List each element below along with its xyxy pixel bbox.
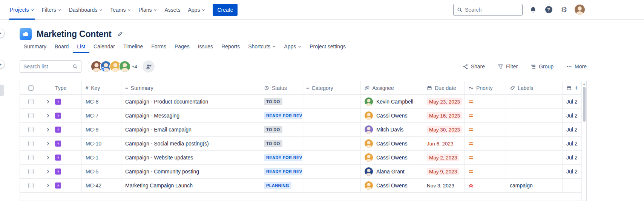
issue-key[interactable]: MC-8 <box>81 95 121 108</box>
help-icon[interactable]: ? <box>544 5 554 15</box>
status-badge[interactable]: READY FOR REVI... <box>264 112 302 119</box>
due-date-cell[interactable]: Jun 6, 2023 <box>423 137 464 150</box>
issue-type-icon[interactable] <box>55 113 61 119</box>
sidebar-add-button[interactable]: + <box>0 60 5 69</box>
nav-item-projects[interactable]: Projects <box>6 0 38 20</box>
nav-item-apps[interactable]: Apps <box>184 0 209 20</box>
tab-issues[interactable]: Issues <box>194 40 217 53</box>
expand-row-icon[interactable] <box>46 169 51 174</box>
filter-button[interactable]: Filter <box>498 63 518 70</box>
category-cell[interactable] <box>302 151 360 164</box>
row-checkbox[interactable] <box>28 169 34 174</box>
sidebar-handle[interactable] <box>0 85 4 96</box>
expand-row-icon[interactable] <box>46 127 51 132</box>
tab-shortcuts[interactable]: Shortcuts <box>244 40 280 53</box>
issue-summary[interactable]: Campaign - Community posting <box>121 165 260 178</box>
assignee-cell[interactable]: Cassi Owens <box>360 151 423 164</box>
assignee-cell[interactable]: Alana Grant <box>360 165 423 178</box>
nav-item-filters[interactable]: Filters <box>38 0 65 20</box>
tab-board[interactable]: Board <box>51 40 73 53</box>
issue-key[interactable]: MC-1 <box>81 151 121 164</box>
list-search[interactable] <box>20 60 81 73</box>
priority-cell[interactable] <box>464 123 506 136</box>
status-badge[interactable]: PLANNING <box>264 182 291 189</box>
row-checkbox[interactable] <box>28 127 34 132</box>
group-button[interactable]: Group <box>531 63 554 70</box>
issue-key[interactable]: MC-5 <box>81 165 121 178</box>
settings-gear-icon[interactable]: ⚙ <box>559 5 569 15</box>
due-date-cell[interactable]: May 9, 2023 <box>423 165 464 178</box>
column-due-date[interactable]: Due date <box>423 81 464 94</box>
notifications-icon[interactable] <box>528 5 538 15</box>
avatar-overflow-count[interactable]: +4 <box>132 64 137 70</box>
profile-avatar[interactable] <box>575 5 585 15</box>
column-assignee[interactable]: @Assignee <box>360 81 423 94</box>
issue-type-icon[interactable] <box>55 141 61 147</box>
column-type[interactable]: Type <box>42 81 81 94</box>
assignee-cell[interactable]: Cassi Owens <box>360 137 423 150</box>
due-date-cell[interactable]: May 2, 2023 <box>423 151 464 164</box>
category-cell[interactable] <box>302 179 360 192</box>
expand-row-icon[interactable] <box>46 155 51 160</box>
create-button[interactable]: Create <box>213 4 238 16</box>
labels-cell[interactable]: campaign <box>506 179 562 192</box>
add-people-button[interactable] <box>143 60 155 73</box>
row-checkbox[interactable] <box>28 113 34 118</box>
issue-type-icon[interactable] <box>55 182 61 189</box>
assignee-cell[interactable]: Mitch Davis <box>360 123 423 136</box>
priority-cell[interactable] <box>464 137 506 150</box>
table-row[interactable]: MC-8 Campaign - Product documentation TO… <box>20 95 586 109</box>
table-row[interactable]: MC-5 Campaign - Community posting READY … <box>20 165 586 179</box>
nav-item-assets[interactable]: Assets <box>161 0 184 20</box>
global-search-input[interactable] <box>465 7 519 13</box>
priority-cell[interactable] <box>464 165 506 178</box>
issue-summary[interactable]: Campaign - Messaging <box>121 109 260 122</box>
tab-reports[interactable]: Reports <box>217 40 244 53</box>
category-cell[interactable] <box>302 123 360 136</box>
due-date-cell[interactable]: May 30, 2023 <box>423 123 464 136</box>
issue-summary[interactable]: Campaign - Social media posting(s) <box>121 137 260 150</box>
share-button[interactable]: Share <box>463 63 485 70</box>
status-badge[interactable]: TO DO <box>264 98 282 105</box>
issue-type-icon[interactable] <box>55 99 61 105</box>
status-badge[interactable]: READY FOR REVI... <box>264 168 302 175</box>
column-priority[interactable]: Priority <box>464 81 506 94</box>
priority-cell[interactable] <box>464 151 506 164</box>
table-row[interactable]: MC-1 Campaign - Website updates READY FO… <box>20 151 586 165</box>
issue-key[interactable]: MC-9 <box>81 123 121 136</box>
category-cell[interactable] <box>302 165 360 178</box>
status-badge[interactable]: TO DO <box>264 126 282 133</box>
scroll-up-icon[interactable]: ▲ <box>583 83 586 85</box>
tab-summary[interactable]: Summary <box>20 40 51 53</box>
category-cell[interactable] <box>302 109 360 122</box>
labels-cell[interactable] <box>506 95 562 108</box>
nav-item-teams[interactable]: Teams <box>106 0 135 20</box>
row-checkbox[interactable] <box>28 99 34 104</box>
category-cell[interactable] <box>302 95 360 108</box>
issue-type-icon[interactable] <box>55 155 61 161</box>
scrollbar-thumb[interactable] <box>583 87 586 122</box>
table-row[interactable]: MC-42 Marketing Campaign Launch PLANNING… <box>20 179 586 193</box>
expand-row-icon[interactable] <box>46 99 51 104</box>
more-button[interactable]: More <box>566 63 587 70</box>
column-summary[interactable]: ≡Summary <box>121 81 260 94</box>
issue-summary[interactable]: Marketing Campaign Launch <box>121 179 260 192</box>
table-row[interactable]: MC-10 Campaign - Social media posting(s)… <box>20 137 586 151</box>
row-checkbox[interactable] <box>28 183 34 188</box>
due-date-cell[interactable]: May 16, 2023 <box>423 109 464 122</box>
column-category[interactable]: ≡Category <box>302 81 360 94</box>
issue-key[interactable]: MC-7 <box>81 109 121 122</box>
nav-item-dashboards[interactable]: Dashboards <box>65 0 107 20</box>
priority-cell[interactable] <box>464 95 506 108</box>
select-all-checkbox[interactable] <box>28 85 34 91</box>
expand-row-icon[interactable] <box>46 141 51 146</box>
due-date-cell[interactable]: Nov 3, 2023 <box>423 179 464 192</box>
tab-calendar[interactable]: Calendar <box>89 40 119 53</box>
tab-list[interactable]: List <box>73 40 89 53</box>
labels-cell[interactable] <box>506 151 562 164</box>
issue-type-icon[interactable] <box>55 169 61 175</box>
column-status[interactable]: Status <box>260 81 302 94</box>
issue-summary[interactable]: Campaign - Email campaign <box>121 123 260 136</box>
table-row[interactable]: MC-7 Campaign - Messaging READY FOR REVI… <box>20 109 586 123</box>
table-scrollbar[interactable]: ▲ <box>581 81 586 201</box>
